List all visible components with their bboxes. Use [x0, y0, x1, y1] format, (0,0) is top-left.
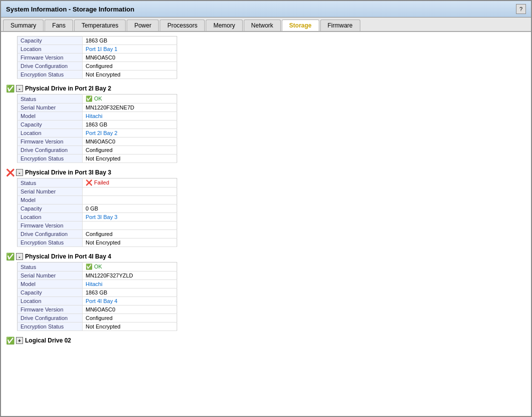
field-label: Location [18, 213, 83, 222]
field-value: Port 3I Bay 3 [83, 213, 177, 222]
field-label: Serial Number [18, 272, 83, 280]
tab-fans[interactable]: Fans [45, 20, 73, 31]
field-value: 1863 GB [83, 120, 177, 129]
field-value: Not Encrypted [83, 154, 177, 163]
drive-port4I-bay4: ✅ - Physical Drive in Port 4I Bay 4 Stat… [5, 251, 527, 331]
table-row: Encryption Status Not Encrypted [18, 70, 177, 79]
field-label: Firmware Version [18, 54, 83, 62]
field-value: MN6OA5C0 [83, 138, 177, 146]
table-row: Serial Number MN1220F32ENE7D [18, 104, 177, 112]
table-row: Serial Number [18, 188, 177, 196]
field-value: MN1220F327YZLD [83, 272, 177, 280]
tab-temperatures[interactable]: Temperatures [74, 20, 126, 31]
collapse-button[interactable]: - [16, 253, 23, 260]
field-label: Capacity [18, 120, 83, 129]
status-ok-icon: ✅ [6, 84, 14, 92]
help-button[interactable]: ? [516, 4, 526, 14]
drive-title: Physical Drive in Port 2I Bay 2 [25, 85, 111, 92]
field-label: Encryption Status [18, 322, 83, 331]
table-row: Firmware Version MN6OA5C0 [18, 306, 177, 314]
drive-header-port3I-bay3: ❌ - Physical Drive in Port 3I Bay 3 [5, 167, 527, 178]
field-value: MN6OA5C0 [83, 54, 177, 62]
table-row: Serial Number MN1220F327YZLD [18, 272, 177, 280]
status-ok-icon: ✅ [6, 336, 14, 344]
field-value: Not Encrypted [83, 238, 177, 247]
table-row: Location Port 3I Bay 3 [18, 213, 177, 222]
table-row: Firmware Version MN6OA5C0 [18, 54, 177, 62]
field-value: Configured [83, 230, 177, 238]
field-value [83, 196, 177, 204]
tab-storage[interactable]: Storage [282, 20, 319, 32]
field-label: Model [18, 280, 83, 288]
field-label: Encryption Status [18, 238, 83, 247]
drive-title: Physical Drive in Port 3I Bay 3 [25, 169, 111, 176]
field-value: Not Encrypted [83, 322, 177, 331]
drive-header-port2I-bay2: ✅ - Physical Drive in Port 2I Bay 2 [5, 83, 527, 94]
table-row: Drive Configuration Configured [18, 146, 177, 154]
table-row: Firmware Version [18, 222, 177, 230]
tab-firmware[interactable]: Firmware [320, 20, 360, 31]
table-row: Model [18, 196, 177, 204]
table-row: Capacity 1863 GB [18, 288, 177, 297]
field-value: Configured [83, 62, 177, 70]
table-row: Drive Configuration Configured [18, 230, 177, 238]
table-row: Model Hitachi [18, 112, 177, 120]
table-row: Location Port 2I Bay 2 [18, 129, 177, 138]
field-label: Location [18, 297, 83, 306]
field-label: Model [18, 196, 83, 204]
tab-memory[interactable]: Memory [206, 20, 242, 31]
tab-network[interactable]: Network [244, 20, 281, 31]
field-label: Capacity [18, 288, 83, 297]
field-value [83, 222, 177, 230]
drive-title: Physical Drive in Port 4I Bay 4 [25, 253, 111, 260]
field-value: Hitachi [83, 280, 177, 288]
field-label: Status [18, 178, 83, 188]
table-row: Capacity 1863 GB [18, 36, 177, 45]
logical-drive-title: Logical Drive 02 [25, 337, 71, 344]
tab-summary[interactable]: Summary [3, 20, 44, 31]
field-value: ✅ OK [83, 94, 177, 104]
field-value: Configured [83, 146, 177, 154]
drive-port3I-bay3: ❌ - Physical Drive in Port 3I Bay 3 Stat… [5, 167, 527, 247]
collapse-button[interactable]: - [16, 85, 23, 92]
field-label: Location [18, 129, 83, 138]
drive-partial-table: Capacity 1863 GB Location Port 1I Bay 1 … [17, 36, 177, 79]
status-fail-icon: ❌ [6, 168, 14, 176]
field-label: Status [18, 94, 83, 104]
field-label: Status [18, 262, 83, 272]
table-row: Status ✅ OK [18, 262, 177, 272]
drive-partial-top: Capacity 1863 GB Location Port 1I Bay 1 … [5, 36, 527, 79]
field-label: Firmware Version [18, 222, 83, 230]
field-label: Drive Configuration [18, 314, 83, 322]
expand-button[interactable]: + [16, 337, 23, 344]
field-value: 1863 GB [83, 288, 177, 297]
field-label: Firmware Version [18, 138, 83, 146]
field-value: Port 2I Bay 2 [83, 129, 177, 138]
tab-power[interactable]: Power [127, 20, 159, 31]
field-value: Port 1I Bay 1 [83, 45, 177, 54]
drive-table-port3I-bay3: Status ❌ Failed Serial Number Model Capa… [17, 178, 177, 247]
field-value [83, 188, 177, 196]
table-row: Status ✅ OK [18, 94, 177, 104]
table-row: Firmware Version MN6OA5C0 [18, 138, 177, 146]
field-value: MN1220F32ENE7D [83, 104, 177, 112]
drive-table-port4I-bay4: Status ✅ OK Serial Number MN1220F327YZLD… [17, 262, 177, 331]
field-label: Location [18, 45, 83, 54]
table-row: Location Port 1I Bay 1 [18, 45, 177, 54]
field-label: Drive Configuration [18, 62, 83, 70]
field-value: Port 4I Bay 4 [83, 297, 177, 306]
table-row: Encryption Status Not Encrypted [18, 322, 177, 331]
field-label: Serial Number [18, 188, 83, 196]
field-value: 0 GB [83, 204, 177, 213]
tab-processors[interactable]: Processors [160, 20, 205, 31]
table-row: Encryption Status Not Encrypted [18, 154, 177, 163]
collapse-button[interactable]: - [16, 169, 23, 176]
field-value: MN6OA5C0 [83, 306, 177, 314]
field-value: Not Encrypted [83, 70, 177, 79]
tab-bar: Summary Fans Temperatures Power Processo… [1, 18, 531, 32]
field-label: Drive Configuration [18, 146, 83, 154]
field-label: Firmware Version [18, 306, 83, 314]
table-row: Capacity 1863 GB [18, 120, 177, 129]
field-value: Hitachi [83, 112, 177, 120]
table-row: Encryption Status Not Encrypted [18, 238, 177, 247]
